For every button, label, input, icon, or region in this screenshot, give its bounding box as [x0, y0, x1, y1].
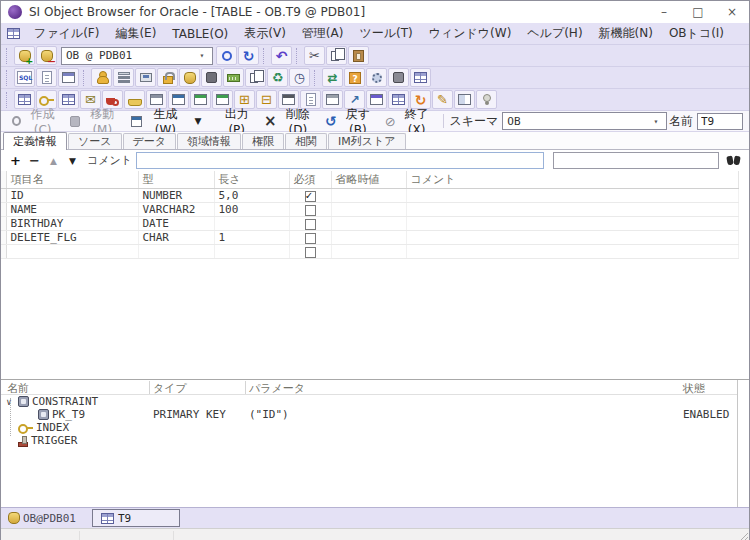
- tree-item[interactable]: PK_T9 PRIMARY KEY ("ID") ENABLED: [1, 408, 737, 421]
- grid-column-header[interactable]: 項目名: [6, 171, 138, 189]
- search-button[interactable]: [723, 152, 743, 170]
- sql-editor-icon[interactable]: [14, 68, 35, 87]
- users-icon[interactable]: [91, 68, 112, 87]
- tab-source[interactable]: ソース: [68, 133, 122, 149]
- cell-default[interactable]: [331, 245, 406, 259]
- paste-icon[interactable]: [348, 46, 369, 65]
- session-item[interactable]: OB@PDB01: [4, 512, 80, 525]
- table-row[interactable]: DELETE_FLG CHAR 1: [1, 231, 738, 245]
- tips-lamp-icon[interactable]: [476, 90, 497, 109]
- recycle-bin-icon[interactable]: ♻: [267, 68, 288, 87]
- rollback-icon[interactable]: ↻: [238, 46, 259, 65]
- menu-table[interactable]: TABLE(O): [164, 25, 236, 43]
- tree-column-state[interactable]: 状態: [683, 381, 705, 396]
- remove-column-button[interactable]: −: [26, 152, 43, 169]
- object-name-input[interactable]: [697, 113, 743, 130]
- grid-column-header[interactable]: 省略時値: [331, 171, 406, 189]
- output-dropdown-button[interactable]: ▼: [190, 116, 211, 127]
- mdi-system-icon[interactable]: [7, 28, 20, 39]
- maximize-icon[interactable]: □: [681, 1, 715, 23]
- cell-type[interactable]: DATE: [138, 217, 214, 231]
- commit-icon[interactable]: [216, 46, 237, 65]
- grid-column-header[interactable]: 長さ: [214, 171, 289, 189]
- cell-length[interactable]: 100: [214, 203, 289, 217]
- tab-im-column-store[interactable]: IM列ストア: [328, 133, 406, 149]
- menu-new-features[interactable]: 新機能(N): [591, 23, 661, 44]
- tab-storage[interactable]: 領域情報: [177, 133, 241, 149]
- cell-name[interactable]: [6, 245, 138, 259]
- split-view-icon[interactable]: [454, 90, 475, 109]
- grid-column-header[interactable]: コメント: [406, 171, 738, 189]
- tab-relation[interactable]: 相関: [285, 133, 327, 149]
- cut-icon[interactable]: ✂: [304, 46, 325, 65]
- table-row[interactable]: NAME VARCHAR2 100: [1, 203, 738, 217]
- menu-admin[interactable]: 管理(A): [294, 23, 352, 44]
- cell-default[interactable]: [331, 217, 406, 231]
- table-sync-icon[interactable]: [410, 68, 431, 87]
- cell-default[interactable]: [331, 189, 406, 203]
- resize-grip[interactable]: [738, 531, 748, 540]
- cell-type[interactable]: NUMBER: [138, 189, 214, 203]
- tree-column-param[interactable]: パラメータ: [249, 381, 305, 396]
- cell-default[interactable]: [331, 231, 406, 245]
- tree-item[interactable]: TRIGGER: [1, 434, 737, 447]
- menu-view[interactable]: 表示(V): [236, 23, 294, 44]
- script-icon[interactable]: [36, 68, 57, 87]
- cell-name[interactable]: NAME: [6, 203, 138, 217]
- tools-icon[interactable]: [388, 68, 409, 87]
- time-icon[interactable]: ◷: [289, 68, 310, 87]
- cell-type[interactable]: [138, 245, 214, 259]
- sql-window-icon[interactable]: [58, 68, 79, 87]
- session-copy-icon[interactable]: [245, 68, 266, 87]
- menu-tools[interactable]: ツール(T): [351, 23, 420, 44]
- menu-help[interactable]: ヘルプ(H): [519, 23, 590, 44]
- database-stack-icon[interactable]: [113, 68, 134, 87]
- close-icon[interactable]: ×: [715, 1, 749, 23]
- document-tab-t9[interactable]: T9: [92, 509, 180, 527]
- cell-length[interactable]: [214, 217, 289, 231]
- cell-comment[interactable]: [406, 245, 738, 259]
- cell-default[interactable]: [331, 203, 406, 217]
- required-checkbox[interactable]: [305, 233, 316, 244]
- storage-icon[interactable]: [179, 68, 200, 87]
- add-column-button[interactable]: +: [7, 152, 24, 169]
- move-up-button[interactable]: ▲: [45, 152, 62, 169]
- tab-data[interactable]: データ: [123, 133, 177, 149]
- cell-comment[interactable]: [406, 189, 738, 203]
- cell-comment[interactable]: [406, 217, 738, 231]
- undo-icon[interactable]: ↶: [271, 46, 292, 65]
- cell-length[interactable]: [214, 245, 289, 259]
- menu-file[interactable]: ファイル(F): [26, 23, 107, 44]
- object-icon[interactable]: [201, 68, 222, 87]
- move-down-button[interactable]: ▼: [64, 152, 81, 169]
- tree-column-name[interactable]: 名前: [7, 381, 29, 396]
- tab-privileges[interactable]: 権限: [242, 133, 284, 149]
- required-checkbox[interactable]: [305, 205, 316, 216]
- session-combo[interactable]: OB @ PDB01▾: [61, 47, 213, 65]
- schema-combo[interactable]: OB▾: [502, 112, 667, 130]
- tree-item[interactable]: ∨ CONSTRAINT: [1, 395, 737, 408]
- memory-icon[interactable]: [223, 68, 244, 87]
- required-checkbox[interactable]: [305, 247, 316, 258]
- table-row[interactable]: ID NUMBER 5,0: [1, 189, 738, 203]
- minimize-icon[interactable]: –: [647, 1, 681, 23]
- tree-expander-icon[interactable]: ∨: [3, 397, 15, 407]
- comment-input[interactable]: [136, 152, 544, 169]
- grid-column-header[interactable]: 必須: [289, 171, 331, 189]
- cell-comment[interactable]: [406, 203, 738, 217]
- cell-length[interactable]: 5,0: [214, 189, 289, 203]
- cell-name[interactable]: ID: [6, 189, 138, 203]
- copy-icon[interactable]: [326, 46, 347, 65]
- table-row[interactable]: BIRTHDAY DATE: [1, 217, 738, 231]
- table-row[interactable]: [1, 245, 738, 259]
- cell-name[interactable]: DELETE_FLG: [6, 231, 138, 245]
- tab-definition[interactable]: 定義情報: [3, 132, 67, 150]
- menu-ob-toko[interactable]: OBトコ(I): [661, 23, 732, 44]
- required-checkbox[interactable]: [305, 219, 316, 230]
- grid-column-header[interactable]: 型: [138, 171, 214, 189]
- required-checkbox[interactable]: [305, 191, 316, 202]
- menu-edit[interactable]: 編集(E): [107, 23, 164, 44]
- tree-column-type[interactable]: タイプ: [153, 381, 187, 396]
- help-box-icon[interactable]: [344, 68, 365, 87]
- security-lock-icon[interactable]: [157, 68, 178, 87]
